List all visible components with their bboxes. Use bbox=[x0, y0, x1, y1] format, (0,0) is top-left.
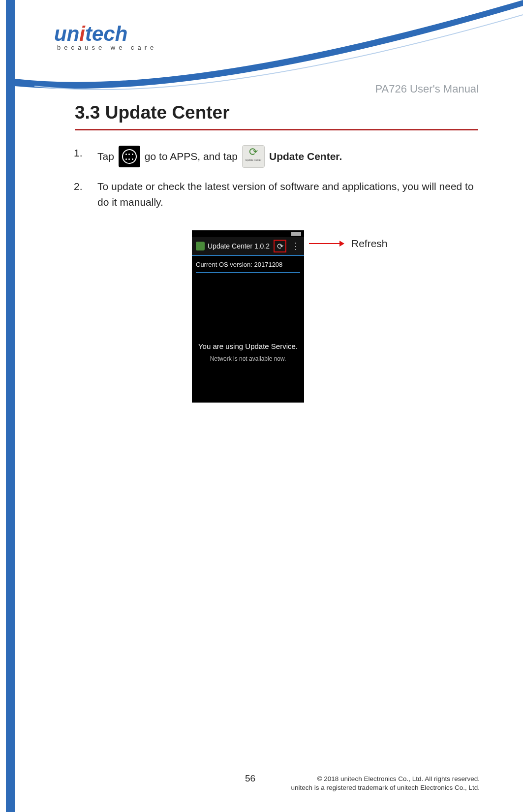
steps-list: 1. Tap go to APPS, and tap ⟳ Update Cent… bbox=[74, 145, 480, 220]
page-number: 56 bbox=[245, 773, 255, 784]
app-title: Update Center 1.0.2 bbox=[208, 242, 270, 250]
copyright-line-1: © 2018 unitech Electronics Co., Ltd. All… bbox=[291, 775, 480, 783]
refresh-icon: ⟳ bbox=[249, 147, 258, 157]
refresh-icon: ⟳ bbox=[277, 242, 283, 251]
brand-tagline: because we care bbox=[57, 44, 157, 51]
divider bbox=[196, 272, 300, 273]
refresh-button[interactable]: ⟳ bbox=[274, 240, 286, 252]
step-number: 1. bbox=[74, 145, 97, 168]
manual-title: PA726 User's Manual bbox=[375, 83, 479, 95]
step-body: To update or check the latest version of… bbox=[97, 179, 480, 210]
overflow-menu-icon[interactable]: ⋮ bbox=[291, 242, 300, 250]
phone-status-bar bbox=[192, 230, 304, 237]
update-center-app-icon: ⟳ Update Center bbox=[242, 145, 265, 168]
step1-text-go: go to APPS, and tap bbox=[145, 149, 238, 164]
network-status: Network is not available now. bbox=[196, 355, 300, 362]
left-accent-bar bbox=[6, 0, 15, 812]
copyright: © 2018 unitech Electronics Co., Ltd. All… bbox=[291, 775, 480, 792]
section-heading: 3.3 Update Center bbox=[75, 102, 230, 123]
phone-screenshot: Update Center 1.0.2 ⟳ ⋮ Current OS versi… bbox=[192, 230, 304, 403]
phone-body: Current OS version: 20171208 You are usi… bbox=[192, 256, 304, 362]
step-2: 2. To update or check the latest version… bbox=[74, 179, 480, 210]
refresh-callout: Refresh bbox=[309, 238, 388, 250]
step1-text-tap: Tap bbox=[97, 149, 114, 164]
update-service-status: You are using Update Service. bbox=[196, 342, 300, 350]
callout-arrow bbox=[309, 243, 343, 244]
phone-title-bar: Update Center 1.0.2 ⟳ ⋮ bbox=[192, 237, 304, 256]
copyright-line-2: unitech is a registered trademark of uni… bbox=[291, 783, 480, 792]
step-1: 1. Tap go to APPS, and tap ⟳ Update Cent… bbox=[74, 145, 480, 168]
step1-text-uc: Update Center. bbox=[269, 149, 342, 164]
callout-label: Refresh bbox=[351, 238, 388, 250]
brand-logo: unitech because we care bbox=[54, 22, 157, 51]
section-rule bbox=[75, 129, 478, 130]
step-number: 2. bbox=[74, 179, 97, 210]
apps-launcher-icon bbox=[119, 146, 140, 167]
app-icon bbox=[196, 242, 205, 250]
step-body: Tap go to APPS, and tap ⟳ Update Center … bbox=[97, 145, 480, 168]
uc-icon-label: Update Center bbox=[246, 158, 262, 162]
current-os-version: Current OS version: 20171208 bbox=[196, 261, 300, 268]
brand-name: unitech bbox=[54, 22, 157, 46]
